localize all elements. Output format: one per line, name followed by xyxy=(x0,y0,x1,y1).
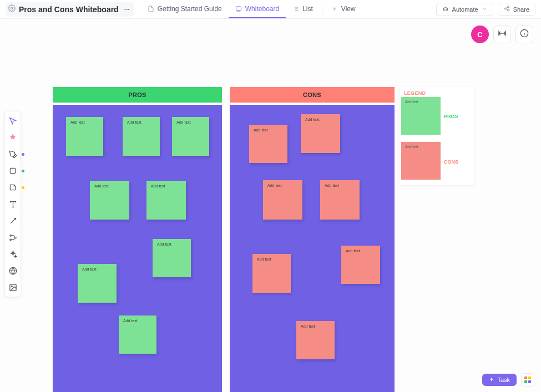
info-button[interactable] xyxy=(515,26,533,43)
sticky-text: Add text xyxy=(70,120,85,124)
share-icon xyxy=(504,6,510,13)
legend-panel: LEGEND Add text PROS Add text CONS xyxy=(400,87,474,185)
whiteboard-icon xyxy=(235,6,242,12)
fit-width-button[interactable] xyxy=(493,26,511,43)
apps-button[interactable] xyxy=(521,373,534,386)
sticky-note-cons[interactable]: Add text xyxy=(296,321,335,359)
avatar[interactable]: C xyxy=(471,26,489,43)
pen-tool[interactable] xyxy=(7,148,19,160)
svg-point-14 xyxy=(508,6,509,8)
web-tool[interactable] xyxy=(7,264,19,277)
list-icon xyxy=(292,6,299,12)
sticky-text: Add text xyxy=(325,184,339,187)
color-dot xyxy=(22,186,24,189)
sticky-text: Add text xyxy=(82,267,97,271)
legend-pros-label: PROS xyxy=(444,114,458,119)
legend-pros-note-text: Add text xyxy=(405,100,418,104)
sticky-note-pros[interactable]: Add text xyxy=(90,181,129,220)
connector-tool[interactable] xyxy=(7,215,19,227)
sticky-note-pros[interactable]: Add text xyxy=(146,181,186,220)
pros-header[interactable]: PROS xyxy=(53,87,222,103)
tab-getting-started[interactable]: Getting Started Guide xyxy=(141,0,229,18)
sticky-text: Add text xyxy=(127,120,141,124)
graph-tool[interactable] xyxy=(7,231,19,243)
chevron-down-icon xyxy=(482,6,487,13)
select-tool[interactable] xyxy=(7,115,19,127)
info-icon xyxy=(520,29,529,40)
tabs: Getting Started Guide Whiteboard List Vi… xyxy=(141,0,362,18)
color-dot xyxy=(22,170,24,172)
whiteboard-canvas[interactable]: PROS CONS Add textAdd textAdd textAdd te… xyxy=(0,19,541,392)
footer-right: Task xyxy=(482,373,534,386)
doc-icon xyxy=(148,6,154,12)
share-button[interactable]: Share xyxy=(498,3,535,16)
svg-point-15 xyxy=(504,8,506,9)
sticky-note-pros[interactable]: Add text xyxy=(119,315,156,354)
cons-header[interactable]: CONS xyxy=(230,87,395,103)
topbar: Pros and Cons Whiteboard ··· Getting Sta… xyxy=(0,0,541,19)
pros-title: PROS xyxy=(128,91,146,98)
settings-icon xyxy=(8,4,16,14)
sticky-text: Add text xyxy=(346,249,360,253)
sticky-text: Add text xyxy=(123,319,138,323)
svg-point-35 xyxy=(11,286,12,287)
sticky-note-cons[interactable]: Add text xyxy=(263,180,302,220)
sticky-note-pros[interactable]: Add text xyxy=(66,117,103,156)
tab-add-view[interactable]: View xyxy=(325,0,362,18)
canvas-topright: C xyxy=(471,26,533,43)
sticky-tool[interactable] xyxy=(7,181,19,194)
sticky-note-cons[interactable]: Add text xyxy=(301,114,340,153)
tab-label: Whiteboard xyxy=(245,5,279,13)
page-title: Pros and Cons Whiteboard xyxy=(19,5,119,14)
svg-point-0 xyxy=(11,7,13,9)
divider xyxy=(322,4,322,14)
color-dot xyxy=(22,153,24,156)
page-title-wrap[interactable]: Pros and Cons Whiteboard ··· xyxy=(6,2,134,17)
new-task-button[interactable]: Task xyxy=(482,374,517,386)
sticky-text: Add text xyxy=(94,184,109,188)
svg-point-31 xyxy=(14,237,16,238)
cons-title: CONS xyxy=(303,91,321,98)
sticky-text: Add text xyxy=(257,257,271,261)
sticky-note-cons[interactable]: Add text xyxy=(341,246,380,284)
sticky-note-pros[interactable]: Add text xyxy=(123,117,160,156)
legend-cons-note-text: Add text xyxy=(405,145,418,149)
svg-point-29 xyxy=(9,235,11,236)
avatar-initial: C xyxy=(477,30,482,39)
more-icon[interactable]: ··· xyxy=(122,6,132,13)
legend-cons-swatch[interactable]: Add text xyxy=(401,142,441,180)
svg-rect-1 xyxy=(236,7,241,11)
sticky-text: Add text xyxy=(176,120,191,124)
sticky-text: Add text xyxy=(254,128,268,132)
apps-icon xyxy=(524,376,531,383)
automate-button[interactable]: Automate xyxy=(436,3,493,16)
svg-line-28 xyxy=(11,218,16,223)
task-label: Task xyxy=(497,376,510,383)
fit-width-icon xyxy=(498,29,507,40)
automate-label: Automate xyxy=(452,6,478,13)
svg-point-12 xyxy=(446,9,447,9)
sticky-note-cons[interactable]: Add text xyxy=(320,180,360,220)
legend-cons-label: CONS xyxy=(444,159,458,165)
shape-tool[interactable] xyxy=(7,165,19,177)
topbar-right: Automate Share xyxy=(436,3,535,16)
sticky-note-pros[interactable]: Add text xyxy=(153,239,191,277)
sticky-note-cons[interactable]: Add text xyxy=(249,125,287,163)
tab-label: Getting Started Guide xyxy=(158,5,222,13)
text-tool[interactable] xyxy=(7,198,19,210)
legend-pros-swatch[interactable]: Add text xyxy=(401,97,441,135)
svg-line-18 xyxy=(506,9,508,10)
image-tool[interactable] xyxy=(7,281,19,293)
hand-tool[interactable] xyxy=(7,131,19,144)
sticky-note-cons[interactable]: Add text xyxy=(252,254,291,293)
ai-tool[interactable] xyxy=(7,248,19,260)
sticky-note-pros[interactable]: Add text xyxy=(78,264,117,303)
svg-point-11 xyxy=(444,9,445,9)
svg-line-17 xyxy=(506,7,508,8)
tab-whiteboard[interactable]: Whiteboard xyxy=(229,0,286,18)
svg-rect-25 xyxy=(10,168,15,173)
share-label: Share xyxy=(513,6,529,13)
sticky-text: Add text xyxy=(267,184,282,187)
tab-list[interactable]: List xyxy=(286,0,320,18)
sticky-note-pros[interactable]: Add text xyxy=(172,117,209,156)
